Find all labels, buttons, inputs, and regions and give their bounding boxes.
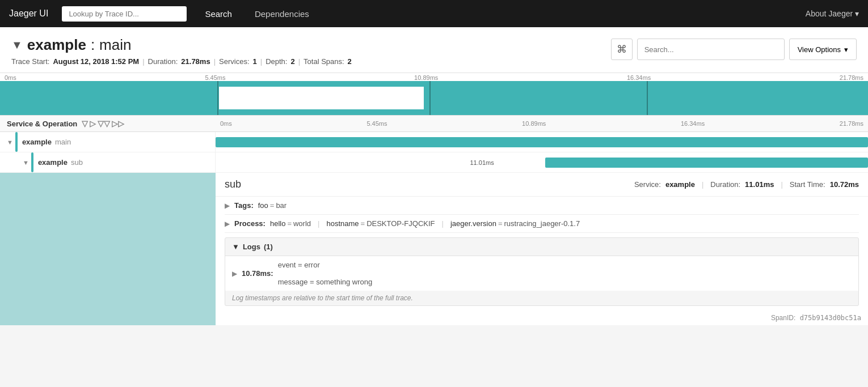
logs-section: ▼ Logs (1) ▶ 10.78ms: event = error <box>225 237 859 306</box>
tags-values: foo = bar <box>258 201 286 210</box>
span-bar-main <box>216 137 868 147</box>
span-color-bar-main <box>15 132 18 152</box>
process-kv-1: hostname = DESKTOP-FJQCKIF <box>326 219 435 228</box>
span-service-main: example <box>22 138 52 146</box>
tags-toggle-icon[interactable]: ▶ <box>225 201 230 210</box>
process-toggle-icon[interactable]: ▶ <box>225 219 230 228</box>
span-op-sub: sub <box>71 158 83 167</box>
total-spans-value: 2 <box>348 57 352 66</box>
minimap-bar[interactable] <box>0 81 868 115</box>
tick-0: 0ms <box>5 74 16 81</box>
span-id-row: SpanID: d75b9143d0bc51a <box>216 311 868 325</box>
about-jaeger-menu[interactable]: About Jaeger ▾ <box>806 9 859 18</box>
log-ts-0: 10.78ms: <box>242 269 273 278</box>
process-val-0: world <box>293 219 311 228</box>
span-row-main: ▼ example main <box>0 132 868 152</box>
stick-2: 10.89ms <box>522 120 546 127</box>
trace-op-name: main <box>99 36 131 54</box>
stick-0: 0ms <box>220 120 232 127</box>
trace-collapse-icon[interactable]: ▼ <box>11 39 23 52</box>
sep4: | <box>298 57 300 66</box>
detail-container: sub Service: example | Duration: 11.01ms… <box>0 173 868 325</box>
sort-icon-2[interactable]: ▷ <box>90 119 96 128</box>
nav-dependencies-link[interactable]: Dependencies <box>246 5 318 23</box>
tick-1: 5.45ms <box>205 74 225 81</box>
trace-service-name: example <box>27 36 86 54</box>
tag-val-0: bar <box>276 201 286 210</box>
stick-3: 16.34ms <box>681 120 705 127</box>
detail-header: sub Service: example | Duration: 11.01ms… <box>216 173 868 197</box>
timeline-ticks: 0ms 5.45ms 10.89ms 16.34ms 21.78ms <box>0 73 868 81</box>
log-entry-0: ▶ 10.78ms: event = error message = somet… <box>225 256 858 291</box>
trace-search-input[interactable] <box>637 39 785 60</box>
span-left-main: ▼ example main <box>0 132 216 152</box>
stick-1: 5.45ms <box>366 120 387 127</box>
process-kv-0: hello = world <box>270 219 311 228</box>
log-kv-0: event = error <box>278 261 373 269</box>
sort-icon-1[interactable]: ▽ <box>82 119 88 128</box>
span-service-sub: example <box>38 158 68 167</box>
service-op-label: Service & Operation <box>7 120 77 128</box>
spans-header: Service & Operation ▽ ▷ ▽▽ ▷▷ 0ms 5.45ms… <box>0 116 868 132</box>
tag-eq-0: = <box>270 201 275 210</box>
sep1: | <box>142 57 144 66</box>
depth-value: 2 <box>290 57 294 66</box>
span-color-bar-sub <box>31 152 33 172</box>
logs-collapse-icon: ▼ <box>232 243 239 251</box>
trace-title-area: ▼ example : main Trace Start: August 12,… <box>11 36 600 66</box>
duration-value: 21.78ms <box>181 57 210 66</box>
detail-duration-label: Duration: <box>710 180 740 189</box>
tick-3: 16.34ms <box>627 74 651 81</box>
process-key-2: jaeger.version <box>450 219 496 228</box>
duration-label: Duration: <box>148 57 178 66</box>
span-op-main: main <box>55 138 71 146</box>
process-val-1: DESKTOP-FJQCKIF <box>366 219 435 228</box>
tag-kv-0: foo = bar <box>258 201 286 210</box>
view-options-label: View Options <box>798 45 841 54</box>
process-val-2: rustracing_jaeger-0.1.7 <box>504 219 580 228</box>
depth-label: Depth: <box>266 57 287 66</box>
log-values-0: event = error message = something wrong <box>278 261 373 286</box>
sort-icon-3[interactable]: ▽▽ <box>98 119 110 128</box>
spans-left-header: Service & Operation ▽ ▷ ▽▽ ▷▷ <box>0 119 216 128</box>
span-toggle-main[interactable]: ▼ <box>7 139 13 146</box>
detail-meta: Service: example | Duration: 11.01ms | S… <box>634 180 859 189</box>
detail-section: ▶ Tags: foo = bar ▶ Process: <box>216 197 868 233</box>
trace-title: ▼ example : main <box>11 36 600 54</box>
tags-label: Tags: <box>234 201 254 210</box>
detail-service-value: example <box>665 180 695 189</box>
span-toggle-sub[interactable]: ▼ <box>23 159 29 166</box>
services-label: Services: <box>219 57 249 66</box>
trace-header-actions: ⌘ View Options ▾ <box>611 36 857 60</box>
view-options-chevron-icon: ▾ <box>844 45 848 54</box>
minimap-cursor-far <box>647 81 648 115</box>
span-right-sub[interactable]: 11.01ms <box>216 152 868 172</box>
trace-header: ▼ example : main Trace Start: August 12,… <box>0 27 868 73</box>
logs-header[interactable]: ▼ Logs (1) <box>225 238 858 256</box>
process-values: hello = world | hostname = DESKTOP-FJQCK… <box>270 219 580 228</box>
trace-meta: Trace Start: August 12, 2018 1:52 PM | D… <box>11 57 600 66</box>
timeline-minimap: 0ms 5.45ms 10.89ms 16.34ms 21.78ms <box>0 73 868 116</box>
process-key-0: hello <box>270 219 285 228</box>
span-id-label: SpanID: <box>771 314 795 322</box>
view-options-button[interactable]: View Options ▾ <box>789 39 857 60</box>
detail-start-value: 10.72ms <box>830 180 859 189</box>
process-key-1: hostname <box>326 219 359 228</box>
detail-tags-row: ▶ Tags: foo = bar <box>225 197 859 215</box>
span-bar-label-sub: 11.01ms <box>470 159 494 166</box>
tag-key-0: foo <box>258 201 268 210</box>
span-right-main[interactable] <box>216 132 868 152</box>
trace-lookup-input[interactable] <box>62 6 187 22</box>
sep3: | <box>260 57 262 66</box>
keyboard-shortcut-button[interactable]: ⌘ <box>611 39 633 60</box>
log-toggle-icon[interactable]: ▶ <box>232 270 237 278</box>
sort-icon-4[interactable]: ▷▷ <box>112 119 124 128</box>
detail-process-row: ▶ Process: hello = world | hostname = DE… <box>225 215 859 233</box>
detail-duration-value: 11.01ms <box>745 180 774 189</box>
brand-logo: Jaeger UI <box>9 8 48 19</box>
services-value: 1 <box>253 57 257 66</box>
nav-search-link[interactable]: Search <box>196 5 241 23</box>
spans-timeline-header: 0ms 5.45ms 10.89ms 16.34ms 21.78ms <box>216 119 868 128</box>
logs-count: (1) <box>264 243 273 251</box>
minimap-selection-gap <box>219 87 424 109</box>
